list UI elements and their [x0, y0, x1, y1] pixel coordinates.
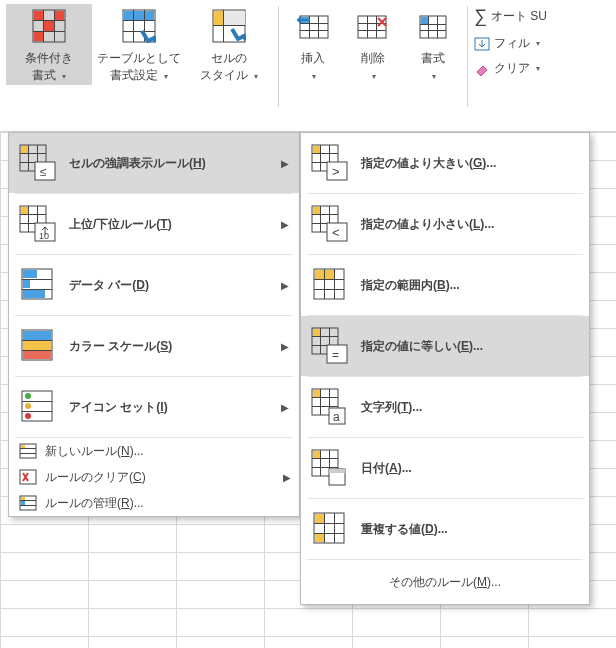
highlight-rules-submenu: > 指定の値より大きい(G)... < 指定の値より小さい(L)... 指定の範… — [300, 132, 590, 605]
conditional-format-button[interactable]: 条件付き 書式 ▾ — [6, 4, 92, 85]
table-format-button[interactable]: テーブルとして 書式設定 ▾ — [96, 4, 182, 85]
more-rules-label: その他のルール(M)... — [389, 574, 501, 591]
cell-styles-button[interactable]: セルの スタイル ▾ — [186, 4, 272, 85]
svg-rect-73 — [20, 448, 36, 449]
ribbon-group-editing: ∑ オート SU フィル ▾ クリア ▾ — [468, 0, 551, 131]
gt-item[interactable]: > 指定の値より大きい(G)... — [301, 133, 589, 193]
svg-rect-93 — [320, 206, 321, 232]
delete-button[interactable]: 削除▾ — [345, 4, 401, 85]
delete-icon — [355, 8, 391, 44]
clear-rules-item[interactable]: ルールのクリア(C) ▶ — [9, 464, 299, 490]
svg-rect-36 — [421, 17, 428, 24]
fill-icon — [474, 37, 490, 51]
svg-rect-3 — [43, 10, 44, 42]
svg-rect-74 — [20, 453, 36, 454]
svg-rect-32 — [420, 24, 446, 25]
svg-rect-28 — [358, 30, 386, 31]
svg-rect-33 — [420, 30, 446, 31]
svg-rect-128 — [329, 469, 345, 473]
svg-rect-43 — [21, 146, 28, 153]
svg-rect-133 — [334, 513, 335, 543]
svg-point-69 — [25, 393, 31, 399]
svg-rect-85 — [320, 145, 321, 171]
ribbon-group-cells: 挿入▾ 削除▾ 書式▾ — [279, 0, 467, 131]
autosum-button[interactable]: ∑ オート SU — [474, 6, 547, 27]
colorscales-icon — [19, 327, 57, 365]
svg-point-70 — [25, 403, 31, 409]
manage-rules-label: ルールの管理(R)... — [45, 495, 144, 512]
svg-text:>: > — [332, 164, 340, 179]
lt-label: 指定の値より小さい(L)... — [361, 216, 494, 233]
svg-rect-61 — [22, 340, 52, 341]
between-label: 指定の範囲内(B)... — [361, 277, 460, 294]
svg-rect-5 — [34, 11, 43, 20]
lt-item[interactable]: < 指定の値より小さい(L)... — [301, 194, 589, 254]
svg-rect-58 — [23, 280, 30, 288]
duplicate-label: 重複する値(D)... — [361, 521, 448, 538]
svg-rect-104 — [325, 270, 334, 279]
svg-rect-131 — [314, 533, 344, 534]
ribbon-group-styles: 条件付き 書式 ▾ テーブルとして 書式設定 ▾ セルの スタイル ▾ — [0, 0, 278, 131]
more-rules-item[interactable]: その他のルール(M)... — [301, 560, 589, 604]
svg-rect-83 — [312, 153, 338, 154]
svg-rect-108 — [320, 328, 321, 354]
text-icon: a — [311, 388, 349, 426]
table-format-label: テーブルとして 書式設定 ▾ — [97, 50, 181, 85]
new-rule-label: 新しいルール(N)... — [45, 443, 144, 460]
date-item[interactable]: 日付(A)... — [301, 438, 589, 498]
svg-rect-22 — [300, 30, 328, 31]
databars-item[interactable]: データ バー(D) ▶ — [9, 255, 299, 315]
clear-rules-label: ルールのクリア(C) — [45, 469, 146, 486]
manage-rules-item[interactable]: ルールの管理(R)... — [9, 490, 299, 516]
equal-item[interactable]: = 指定の値に等しい(E)... — [301, 316, 589, 376]
svg-rect-63 — [23, 331, 51, 340]
svg-rect-59 — [23, 290, 45, 298]
submenu-arrow-icon: ▶ — [281, 280, 289, 291]
colorscales-item[interactable]: カラー スケール(S) ▶ — [9, 316, 299, 376]
svg-rect-78 — [20, 500, 36, 501]
insert-button[interactable]: 挿入▾ — [285, 4, 341, 85]
svg-rect-80 — [21, 497, 25, 500]
new-rule-item[interactable]: 新しいルール(N)... — [9, 438, 299, 464]
table-format-icon — [121, 8, 157, 44]
iconsets-icon — [19, 388, 57, 426]
text-item[interactable]: a 文字列(T)... — [301, 377, 589, 437]
svg-rect-103 — [315, 270, 324, 279]
highlight-rules-item[interactable]: ≤ セルの強調表示ルール(H) ▶ — [9, 133, 299, 193]
svg-rect-76 — [20, 470, 36, 484]
iconsets-item[interactable]: アイコン セット(I) ▶ — [9, 377, 299, 437]
svg-rect-102 — [334, 269, 335, 299]
svg-rect-64 — [23, 341, 51, 350]
highlight-icon: ≤ — [19, 144, 57, 182]
fill-button[interactable]: フィル ▾ — [474, 35, 547, 52]
svg-rect-26 — [358, 16, 386, 38]
svg-rect-2 — [33, 31, 65, 32]
svg-rect-47 — [20, 214, 46, 215]
submenu-arrow-icon: ▶ — [281, 219, 289, 230]
svg-rect-79 — [20, 505, 36, 506]
svg-text:a: a — [333, 410, 340, 424]
cell-styles-icon — [211, 8, 247, 44]
clear-button[interactable]: クリア ▾ — [474, 60, 547, 77]
svg-rect-122 — [312, 458, 338, 459]
topbottom-rules-item[interactable]: 10 上位/下位ルール(T) ▶ — [9, 194, 299, 254]
topbottom-label: 上位/下位ルール(T) — [69, 216, 172, 233]
insert-label: 挿入▾ — [301, 50, 325, 85]
svg-rect-57 — [23, 270, 37, 278]
svg-text:<: < — [332, 225, 340, 240]
gt-label: 指定の値より大きい(G)... — [361, 155, 496, 172]
topbottom-icon: 10 — [19, 205, 57, 243]
svg-rect-29 — [367, 16, 368, 38]
format-label: 書式▾ — [421, 50, 445, 85]
svg-rect-87 — [313, 146, 320, 153]
svg-rect-67 — [22, 401, 52, 402]
svg-rect-6 — [55, 11, 64, 20]
conditional-format-label: 条件付き 書式 ▾ — [25, 50, 73, 85]
format-button[interactable]: 書式▾ — [405, 4, 461, 85]
duplicate-item[interactable]: 重複する値(D)... — [301, 499, 589, 559]
between-item[interactable]: 指定の範囲内(B)... — [301, 255, 589, 315]
equal-icon: = — [311, 327, 349, 365]
sigma-icon: ∑ — [474, 6, 487, 27]
svg-rect-8 — [34, 32, 43, 41]
svg-rect-118 — [313, 390, 320, 397]
